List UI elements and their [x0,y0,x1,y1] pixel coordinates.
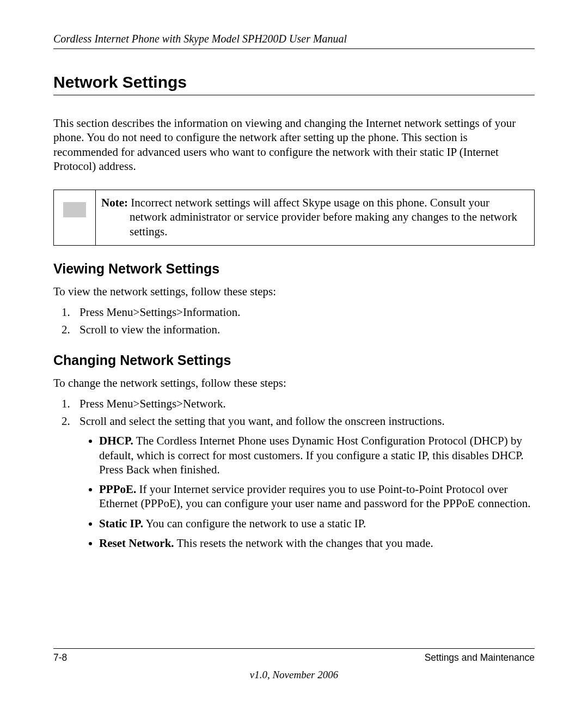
list-item: PPPoE. If your Internet service provider… [99,482,535,511]
section-intro: This section describes the information o… [53,116,535,173]
list-item: Press Menu>Settings>Information. [73,305,535,319]
bullet-desc: The Cordless Internet Phone uses Dynamic… [99,434,524,476]
step-text: Scroll and select the setting that you w… [79,415,445,428]
running-header: Cordless Internet Phone with Skype Model… [53,33,535,49]
page-footer: 7-8 Settings and Maintenance [53,648,535,664]
subheading-viewing: Viewing Network Settings [53,261,535,277]
list-item: Press Menu>Settings>Network. [73,397,535,411]
list-item: Scroll and select the setting that you w… [73,414,535,550]
note-first-line: Incorrect network settings will affect S… [128,196,489,209]
version-line: v1.0, November 2006 [0,669,588,681]
note-icon [63,202,86,217]
bullet-desc: You can configure the network to use a s… [143,517,366,530]
changing-bullets: DHCP. The Cordless Internet Phone uses D… [79,434,535,550]
bullet-desc: This resets the network with the changes… [174,537,433,550]
note-rest: network administrator or service provide… [130,210,526,239]
bullet-term: Static IP. [99,517,143,530]
list-item: Static IP. You can configure the network… [99,516,535,531]
note-text: Note: Incorrect network settings will af… [96,190,535,246]
list-item: Scroll to view the information. [73,322,535,337]
viewing-lead: To view the network settings, follow the… [53,284,535,299]
bullet-term: PPPoE. [99,483,136,496]
subheading-changing: Changing Network Settings [53,352,535,368]
list-item: DHCP. The Cordless Internet Phone uses D… [99,434,535,477]
note-label: Note: [101,196,128,209]
changing-lead: To change the network settings, follow t… [53,376,535,390]
footer-section-name: Settings and Maintenance [425,652,535,664]
page: Cordless Internet Phone with Skype Model… [0,0,588,706]
list-item: Reset Network. This resets the network w… [99,536,535,550]
viewing-steps: Press Menu>Settings>Information. Scroll … [53,305,535,337]
bullet-term: Reset Network. [99,537,174,550]
bullet-desc: If your Internet service provider requir… [99,483,531,510]
section-title: Network Settings [53,73,535,95]
note-box: Note: Incorrect network settings will af… [53,190,535,246]
changing-steps: Press Menu>Settings>Network. Scroll and … [53,397,535,550]
page-number: 7-8 [53,652,67,664]
note-icon-cell [54,190,96,246]
bullet-term: DHCP. [99,434,133,447]
